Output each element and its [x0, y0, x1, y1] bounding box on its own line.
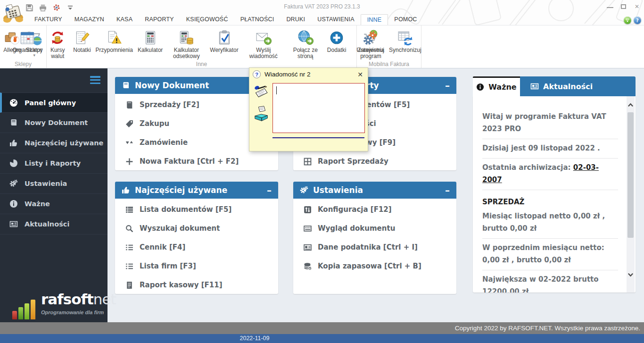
tab-platnosci[interactable]: PŁATNOŚCI [234, 14, 281, 25]
ribbon-item-kalkulator-odsetkowy[interactable]: Kalkulator odsetkowy [165, 27, 207, 59]
menu-item-raport-kasowy-f11[interactable]: Raport kasowy [F11] [115, 276, 278, 294]
ribbon-item-label: Synchronizuj [389, 47, 421, 53]
pie-chart-icon [9, 159, 18, 167]
text-caret [276, 86, 277, 94]
application-window: Faktura VAT 2023 PRO 23.1.3 ✕ ? FAKTURY … [0, 0, 644, 343]
tab-magazyn[interactable]: MAGAZYN [68, 14, 110, 25]
tab-wazne[interactable]: Ważne [473, 76, 520, 96]
menu-item-wyszukaj-dokument[interactable]: Wyszukaj dokument [115, 219, 278, 238]
popup-title: Wiadomość nr 2 [264, 71, 353, 78]
print-button[interactable] [38, 3, 48, 12]
panel-header-ustawienia[interactable]: Ustawienia – [293, 182, 456, 199]
ribbon-item-wyslij-wiadomosc[interactable]: Wyślij wiadomość [241, 27, 286, 59]
ribbon-item-dodatki[interactable]: Dodatki [325, 27, 349, 53]
close-button[interactable]: ✕ [634, 4, 640, 9]
write-note-icon[interactable] [253, 83, 270, 100]
online-status-icon[interactable] [624, 17, 631, 24]
logo-bars-icon [12, 299, 35, 319]
tab-aktualnosci[interactable]: Aktualności [520, 76, 636, 96]
scrollbar-thumb[interactable] [627, 112, 634, 238]
gears-icon [300, 186, 308, 194]
ribbon-item-weryfikator[interactable]: Weryfikator [207, 27, 240, 53]
tab-inne[interactable]: INNE [361, 14, 388, 25]
tab-ustawienia[interactable]: USTAWIENIA [311, 14, 360, 25]
menu-item-label: Wygląd dokumentu [318, 224, 395, 233]
tab-pomoc[interactable]: POMOC [388, 14, 423, 25]
sidebar-item-listy-i-raporty[interactable]: Listy i Raporty [0, 153, 107, 174]
help-button[interactable]: ? [634, 17, 641, 24]
save-icon [25, 4, 33, 12]
hamburger-menu-icon[interactable] [90, 76, 100, 84]
panel-title: Nowy Dokument [135, 81, 262, 90]
popup-close-button[interactable]: ✕ [356, 71, 364, 78]
sidebar-item-ustawienia[interactable]: Ustawienia [0, 174, 107, 194]
plus-icon [125, 158, 133, 166]
ribbon-item-kursy-walut[interactable]: Kursy walut [44, 27, 71, 59]
gears-icon [9, 179, 18, 188]
scroll-down-button[interactable] [627, 270, 635, 279]
tab-kasa[interactable]: KASA [110, 14, 139, 25]
sidebar-item-wazne[interactable]: Ważne [0, 194, 107, 214]
status-date: 2022-11-09 [217, 334, 292, 343]
tab-druki[interactable]: DRUKI [280, 14, 311, 25]
ribbon-item-notatki[interactable]: Notatki [71, 27, 93, 53]
collapse-button[interactable]: – [445, 185, 450, 195]
menu-item-kopia-zapasowa[interactable]: Kopia zapasowa [Ctrl + B] [293, 257, 456, 276]
message-input[interactable] [272, 83, 365, 133]
status-bar: 2022-11-09 [0, 334, 644, 343]
ribbon-item-organizator[interactable]: Organizator [10, 27, 45, 53]
menu-item-raport-sprzedazy[interactable]: Raport Sprzedaży [293, 152, 456, 170]
save-button[interactable] [25, 3, 34, 12]
scroll-up-button[interactable] [627, 100, 635, 109]
collapse-button[interactable]: – [267, 185, 272, 195]
menu-item-label: Nowa Faktura [Ctrl + F2] [140, 157, 239, 166]
table-list-icon [125, 206, 133, 214]
customize-quick-access-button[interactable] [66, 3, 75, 12]
menu-item-konfiguracja[interactable]: Konfiguracja [F12] [293, 200, 456, 219]
menu-item-label: Konfiguracja [F12] [318, 205, 392, 214]
ribbon-item-polacz-ze-strona[interactable]: Połącz ze stroną [286, 27, 325, 59]
sidebar-item-aktualnosci[interactable]: Aktualności [0, 214, 107, 234]
panel-header-najczesciej-uzywane[interactable]: Najczęściej używane – [115, 182, 278, 199]
restore-button[interactable] [621, 4, 626, 9]
tab-faktury[interactable]: FAKTURY [28, 14, 68, 25]
tab-ksiegowosc[interactable]: KSIĘGOWOŚĆ [180, 14, 234, 25]
menu-item-lista-dokumentow-f5[interactable]: Lista dokumentów [F5] [115, 200, 278, 219]
sidebar-item-label: Ważne [25, 200, 50, 208]
printer-icon [39, 4, 47, 12]
menu-item-label: Zakupu [140, 119, 169, 128]
newspaper-icon [530, 82, 539, 91]
menu-item-dane-podatnika[interactable]: Dane podatnika [Ctrl + I] [293, 238, 456, 257]
ribbon-item-ustawienia-mobilna[interactable]: Ustawienia [354, 27, 387, 53]
menu-item-label: Lista dokumentów [F5] [140, 205, 231, 214]
sidebar-item-label: Aktualności [25, 220, 69, 228]
minimize-button[interactable] [607, 4, 613, 8]
sidebar-item-nowy-dokument[interactable]: Nowy Dokument [0, 113, 107, 133]
organizer-calendar-icon [19, 30, 35, 46]
ribbon-item-kalkulator[interactable]: Kalkulator [135, 27, 165, 53]
right-panel-tabs: Ważne Aktualności [473, 76, 636, 96]
bullet-list-icon [125, 243, 133, 251]
panel-title: Najczęściej używane [135, 185, 262, 195]
ribbon-item-label: Kalkulator [138, 47, 163, 53]
scrollbar[interactable] [627, 96, 635, 293]
sidebar-item-panel-glowny[interactable]: Panel główny [0, 92, 107, 113]
sidebar-item-najczesciej-uzywane[interactable]: Najczęściej używane [0, 133, 107, 153]
collapse-button[interactable]: – [445, 81, 450, 90]
menu-item-wyglad-dokumentu[interactable]: Wygląd dokumentu [293, 219, 456, 238]
menu-item-cennik[interactable]: Cennik [F4] [115, 238, 278, 257]
popup-title-bar[interactable]: ? Wiadomość nr 2 ✕ [249, 68, 368, 79]
ribbon-item-synchronizuj[interactable]: Synchronizuj [387, 27, 424, 53]
sidebar-item-label: Listy i Raporty [25, 159, 81, 167]
grid-icon [304, 158, 312, 166]
settings-button[interactable] [52, 3, 61, 12]
menu-item-lista-firm[interactable]: Lista firm [F3] [115, 257, 278, 276]
print-note-icon[interactable] [253, 105, 270, 124]
app-logo-icon[interactable] [3, 1, 24, 23]
menu-item-nowa-faktura[interactable]: Nowa Faktura [Ctrl + F2] [115, 152, 278, 170]
info-icon [9, 200, 18, 208]
ribbon-item-przypomnienia[interactable]: Przypomnienia [93, 27, 135, 53]
sort-arrows-icon [125, 139, 133, 147]
tab-raporty[interactable]: RAPORTY [139, 14, 180, 25]
book-icon [9, 118, 18, 127]
